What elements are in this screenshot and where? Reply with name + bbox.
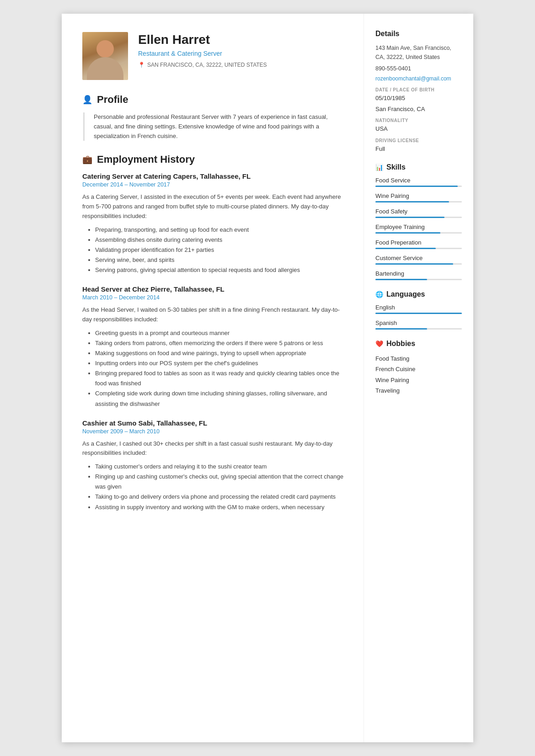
job-dates: December 2014 – November 2017 xyxy=(82,181,348,188)
language-bar-fill xyxy=(375,328,427,330)
language-bar xyxy=(375,328,462,330)
skills-title: 📊 Skills xyxy=(375,163,462,171)
dob-value: 05/10/1985 xyxy=(375,94,462,103)
skill-item: Food Preperation xyxy=(375,239,462,249)
skill-name: Wine Pairing xyxy=(375,192,462,199)
hobby-item: Food Tasting xyxy=(375,353,462,364)
detail-address: 143 Main Ave, San Francisco, CA, 32222, … xyxy=(375,43,462,62)
skill-bar xyxy=(375,232,462,234)
hobby-item: Traveling xyxy=(375,385,462,396)
job-bullets: Preparing, transporting, and setting up … xyxy=(82,225,348,275)
nationality-value: USA xyxy=(375,124,462,133)
job-description: As the Head Server, I waited on 5-30 tab… xyxy=(82,305,348,325)
languages-section: 🌐 Languages English Spanish xyxy=(375,290,462,330)
employment-section-title: 💼 Employment History xyxy=(82,154,348,165)
skill-name: Employee Training xyxy=(375,224,462,230)
job-title: Cashier at Sumo Sabi, Tallahassee, FL xyxy=(82,419,348,427)
job-description: As a Catering Server, I assisted in the … xyxy=(82,192,348,221)
skill-bar-fill xyxy=(375,279,427,280)
bullet-item: Taking customer's orders and relaying it… xyxy=(95,462,348,472)
resume-wrapper: Ellen Harret Restaurant & Catering Serve… xyxy=(62,14,473,742)
heart-icon: ❤️ xyxy=(375,340,383,347)
profile-text: Personable and professional Restaurant S… xyxy=(83,112,348,141)
nationality-label: NATIONALITY xyxy=(375,118,462,123)
driving-value: Full xyxy=(375,144,462,154)
skill-name: Food Service xyxy=(375,177,462,184)
skill-bar-fill xyxy=(375,263,453,265)
briefcase-icon: 💼 xyxy=(82,154,92,165)
bullet-item: Taking to-go and delivery orders via pho… xyxy=(95,492,348,502)
detail-phone: 890-555-0401 xyxy=(375,64,462,73)
detail-email: rozenboomchantal@gmail.com xyxy=(375,75,462,82)
globe-icon: 🌐 xyxy=(375,291,383,298)
avatar xyxy=(82,32,128,80)
bullet-item: Serving patrons, giving special attentio… xyxy=(95,265,348,275)
bullet-item: Validating proper identification for 21+… xyxy=(95,245,348,255)
skill-bar-fill xyxy=(375,232,440,234)
bullet-item: Serving wine, beer, and spirits xyxy=(95,255,348,265)
candidate-title: Restaurant & Catering Server xyxy=(138,50,348,57)
dob-label: DATE / PLACE OF BIRTH xyxy=(375,87,462,92)
bullet-item: Assembling dishes onsite during catering… xyxy=(95,235,348,245)
skill-bar-fill xyxy=(375,201,449,202)
job-bullets: Greeting guests in a prompt and courteou… xyxy=(82,328,348,409)
bullet-item: Preparing, transporting, and setting up … xyxy=(95,225,348,235)
bullet-item: Assisting in supply inventory and workin… xyxy=(95,502,348,512)
bullet-item: Making suggestions on food and wine pair… xyxy=(95,348,348,358)
skill-bar xyxy=(375,201,462,202)
header: Ellen Harret Restaurant & Catering Serve… xyxy=(82,32,348,80)
skill-bar-fill xyxy=(375,248,436,249)
skill-name: Bartending xyxy=(375,270,462,277)
skill-name: Food Safety xyxy=(375,208,462,215)
job-item: Cashier at Sumo Sabi, Tallahassee, FL No… xyxy=(82,419,348,512)
bullet-item: Inputting orders into our POS system per… xyxy=(95,358,348,368)
job-dates: March 2010 – December 2014 xyxy=(82,294,348,301)
header-info: Ellen Harret Restaurant & Catering Serve… xyxy=(138,32,348,68)
job-title: Head Server at Chez Pierre, Tallahassee,… xyxy=(82,285,348,293)
skill-item: Food Safety xyxy=(375,208,462,218)
left-column: Ellen Harret Restaurant & Catering Serve… xyxy=(62,14,364,742)
skill-bar xyxy=(375,263,462,265)
hobby-item: Wine Pairing xyxy=(375,375,462,385)
dob-place: San Francisco, CA xyxy=(375,105,462,114)
skill-bar xyxy=(375,186,462,187)
job-item: Catering Server at Catering Capers, Tall… xyxy=(82,172,348,275)
language-bar-fill xyxy=(375,313,462,314)
skills-icon: 📊 xyxy=(375,164,383,171)
bullet-item: Ringing up and cashing customer's checks… xyxy=(95,472,348,492)
language-item: Spanish xyxy=(375,319,462,330)
profile-section: 👤 Profile Personable and professional Re… xyxy=(82,94,348,141)
candidate-location: 📍 SAN FRANCISCO, CA, 32222, UNITED STATE… xyxy=(138,62,348,68)
skill-item: Food Service xyxy=(375,177,462,187)
hobbies-section: ❤️ Hobbies Food Tasting French Cuisine W… xyxy=(375,340,462,396)
language-name: English xyxy=(375,304,462,311)
skill-item: Bartending xyxy=(375,270,462,280)
location-pin-icon: 📍 xyxy=(138,62,145,68)
profile-icon: 👤 xyxy=(82,95,92,105)
job-title: Catering Server at Catering Capers, Tall… xyxy=(82,172,348,180)
hobby-item: French Cuisine xyxy=(375,364,462,374)
skill-bar xyxy=(375,279,462,280)
skill-item: Wine Pairing xyxy=(375,192,462,202)
skills-section: 📊 Skills Food Service Wine Pairing Food … xyxy=(375,163,462,280)
skill-name: Customer Service xyxy=(375,255,462,261)
job-description: As a Cashier, I cashed out 30+ checks pe… xyxy=(82,439,348,458)
job-bullets: Taking customer's orders and relaying it… xyxy=(82,462,348,512)
skill-bar-fill xyxy=(375,217,444,218)
language-item: English xyxy=(375,304,462,314)
skill-name: Food Preperation xyxy=(375,239,462,246)
language-name: Spanish xyxy=(375,319,462,326)
job-dates: November 2009 – March 2010 xyxy=(82,428,348,435)
bullet-item: Completing side work during down time in… xyxy=(95,389,348,409)
driving-label: DRIVING LICENSE xyxy=(375,138,462,143)
right-column: Details 143 Main Ave, San Francisco, CA,… xyxy=(364,14,473,742)
skill-bar xyxy=(375,217,462,218)
hobbies-title: ❤️ Hobbies xyxy=(375,340,462,348)
bullet-item: Taking orders from patrons, often memori… xyxy=(95,338,348,348)
bullet-item: Greeting guests in a prompt and courteou… xyxy=(95,328,348,338)
skill-item: Customer Service xyxy=(375,255,462,265)
language-bar xyxy=(375,313,462,314)
candidate-name: Ellen Harret xyxy=(138,32,348,48)
employment-section: 💼 Employment History Catering Server at … xyxy=(82,154,348,512)
details-title: Details xyxy=(375,30,462,38)
